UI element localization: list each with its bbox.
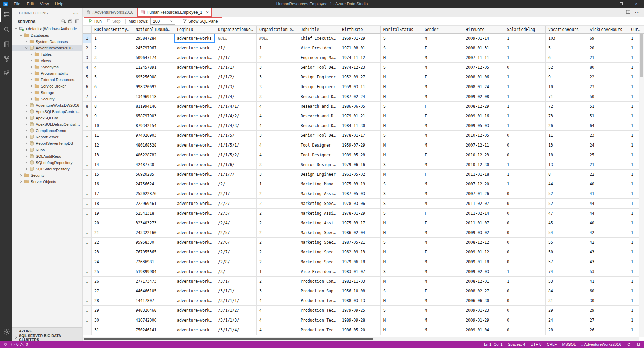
grid-cell[interactable]: 1979-09-25 — [339, 306, 381, 315]
grid-cell[interactable]: 29 — [92, 306, 133, 315]
grid-cell[interactable]: Design Engineer — [298, 82, 339, 92]
grid-cell[interactable]: /2/8/ — [215, 257, 257, 267]
grid-cell[interactable]: 4 — [257, 140, 298, 150]
eol-sequence[interactable]: CRLF — [547, 342, 557, 346]
grid-cell[interactable]: /3/1/1/4/ — [215, 325, 257, 335]
grid-cell[interactable]: 0 — [504, 286, 546, 296]
grid-cell[interactable]: 2011-01-07 — [463, 218, 504, 228]
grid-cell[interactable]: 1 — [504, 92, 546, 102]
row-number[interactable]: 5 — [83, 72, 92, 82]
grid-cell[interactable]: 10 — [546, 82, 587, 92]
tree-item-ruba[interactable]: Ruba — [12, 147, 82, 153]
grid-cell[interactable]: 480168528 — [133, 140, 174, 150]
grid-cell[interactable]: 1978-01-17 — [339, 131, 381, 140]
grid-cell[interactable]: Research and D… — [298, 92, 339, 102]
grid-cell[interactable]: 3 — [257, 63, 298, 72]
grid-cell[interactable]: 1988-03-13 — [339, 296, 381, 306]
grid-cell[interactable]: 1987-02-24 — [339, 92, 381, 102]
grid-cell[interactable]: /1/1/5/1/ — [215, 140, 257, 150]
grid-cell[interactable]: 2008-12-29 — [463, 102, 504, 111]
row-number[interactable]: … — [83, 257, 92, 267]
grid-cell[interactable]: 84 — [546, 286, 587, 296]
grid-cell[interactable]: F — [422, 286, 463, 296]
grid-cell[interactable]: 22 — [92, 238, 133, 247]
grid-cell[interactable]: /3/1/ — [215, 277, 257, 286]
grid-cell[interactable]: 15 — [92, 170, 133, 179]
grid-cell[interactable]: 23 — [92, 247, 133, 257]
grid-cell[interactable]: /1/1/5/ — [215, 131, 257, 140]
grid-cell[interactable]: 4 — [257, 150, 298, 160]
grid-cell[interactable]: 2008-01-24 — [463, 82, 504, 92]
grid-cell[interactable]: /1/ — [215, 43, 257, 53]
grid-cell[interactable]: Production Tec… — [298, 325, 339, 335]
grid-cell[interactable]: S — [381, 43, 422, 53]
grid-cell[interactable]: /2/3/ — [215, 209, 257, 218]
grid-cell[interactable]: 51 — [587, 111, 628, 121]
grid-cell[interactable]: 21 — [587, 160, 628, 170]
grid-cell[interactable]: 1961-05-02 — [339, 170, 381, 179]
minimize-button[interactable] — [598, 0, 613, 8]
grid-cell[interactable]: 974026903 — [133, 131, 174, 140]
grid-cell[interactable]: Production Sup… — [298, 286, 339, 296]
row-number[interactable]: … — [83, 209, 92, 218]
grid-cell[interactable]: 103 — [546, 34, 587, 43]
grid-cell[interactable]: 2009-01-16 — [463, 111, 504, 121]
grid-cell[interactable]: 43 — [587, 247, 628, 257]
row-number[interactable]: … — [83, 325, 92, 335]
row-number[interactable]: … — [83, 315, 92, 325]
grid-cell[interactable]: Marketing Spec… — [298, 238, 339, 247]
grid-cell[interactable]: 2 — [257, 209, 298, 218]
grid-cell[interactable]: 1987-05-03 — [339, 189, 381, 199]
grid-cell[interactable]: 42487730 — [133, 160, 174, 170]
grid-cell[interactable]: 44 — [587, 209, 628, 218]
grid-cell[interactable]: 8 — [92, 102, 133, 111]
tree-item-tables[interactable]: Tables — [12, 51, 82, 57]
grid-cell[interactable]: 1 — [504, 34, 546, 43]
grid-cell[interactable]: 509647174 — [133, 53, 174, 63]
grid-cell[interactable]: 2009-01-04 — [463, 325, 504, 335]
grid-cell[interactable]: adventure-work… — [174, 306, 215, 315]
grid-cell[interactable]: 1 — [504, 160, 546, 170]
grid-cell[interactable]: 2 — [257, 189, 298, 199]
grid-cell[interactable]: /1/1/4/3/ — [215, 121, 257, 131]
grid-cell[interactable]: /1/1/4/1/ — [215, 102, 257, 111]
row-number[interactable]: 1 — [83, 34, 92, 43]
grid-cell[interactable]: 1982-11-03 — [339, 277, 381, 286]
grid-cell[interactable]: 695256908 — [133, 72, 174, 82]
show-sql-pane-button[interactable]: Show SQL Pane — [180, 18, 220, 25]
indentation[interactable]: Spaces: 4 — [508, 342, 525, 346]
grid-cell[interactable]: 245797967 — [133, 43, 174, 53]
column-header-jobtitle[interactable]: JobTitle — [298, 26, 339, 34]
grid-cell[interactable]: 2007-12-20 — [463, 179, 504, 189]
grid-cell[interactable]: 0 — [504, 228, 546, 238]
grid-cell[interactable]: 4 — [257, 102, 298, 111]
grid-cell[interactable]: 2 — [257, 53, 298, 63]
grid-cell[interactable]: F — [422, 150, 463, 160]
grid-cell[interactable]: 51 — [587, 102, 628, 111]
grid-cell[interactable]: 2010-12-05 — [463, 131, 504, 140]
grid-cell[interactable]: 2007-01-26 — [463, 189, 504, 199]
grid-cell[interactable]: 0 — [504, 189, 546, 199]
grid-cell[interactable]: 2009-01-18 — [463, 257, 504, 267]
grid-cell[interactable]: 1 — [504, 72, 546, 82]
grid-cell[interactable]: 16 — [92, 179, 133, 189]
grid-cell[interactable]: 486228782 — [133, 150, 174, 160]
row-number[interactable]: 8 — [83, 102, 92, 111]
grid-cell[interactable]: Marketing Mana… — [298, 179, 339, 189]
grid-cell[interactable]: 1975-03-19 — [339, 179, 381, 189]
activity-source-control[interactable] — [0, 52, 12, 67]
grid-cell[interactable]: Marketing Assi… — [298, 209, 339, 218]
grid-cell[interactable]: 2 — [92, 43, 133, 53]
grid-cell[interactable]: 52 — [546, 189, 587, 199]
grid-cell[interactable]: 20 — [92, 218, 133, 228]
activity-search[interactable] — [0, 22, 12, 37]
grid-cell[interactable]: 26 — [92, 277, 133, 286]
row-number[interactable]: … — [83, 131, 92, 140]
grid-cell[interactable]: /2/5/ — [215, 228, 257, 238]
grid-cell[interactable]: 323403273 — [133, 218, 174, 228]
grid-cell[interactable]: 26 — [587, 325, 628, 335]
grid-cell[interactable]: 73 — [546, 111, 587, 121]
grid-cell[interactable]: 1979-06-18 — [339, 257, 381, 267]
grid-cell[interactable]: 2009-03-02 — [463, 228, 504, 238]
grid-cell[interactable]: 2 — [257, 257, 298, 267]
